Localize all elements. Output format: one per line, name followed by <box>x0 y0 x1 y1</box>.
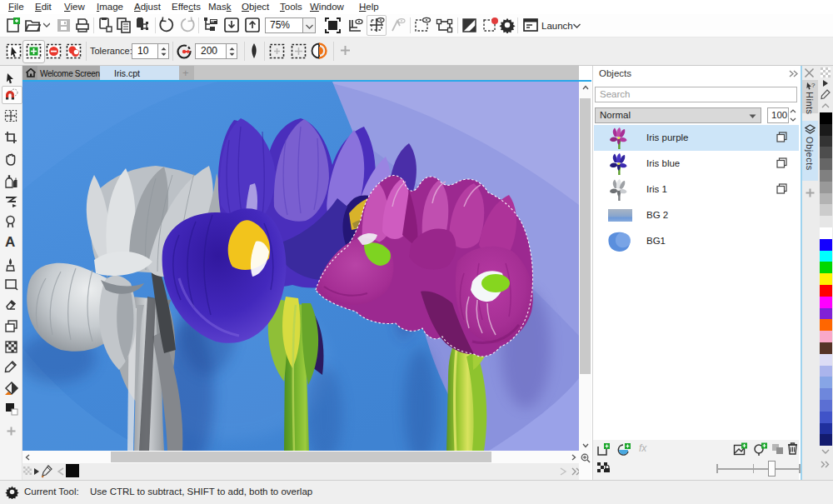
svg-text:?: ? <box>811 82 816 89</box>
